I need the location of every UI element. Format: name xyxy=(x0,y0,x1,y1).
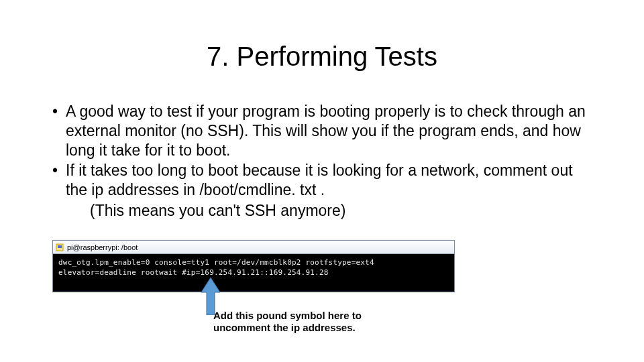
caption-line: uncomment the ip addresses. xyxy=(213,322,388,334)
bullet-marker: • xyxy=(52,102,66,160)
bullet-marker: • xyxy=(52,161,66,200)
slide-body: • A good way to test if your program is … xyxy=(52,102,597,221)
terminal-line: elevator=deadline rootwait #ip=169.254.9… xyxy=(58,268,329,277)
terminal-title-text: pi@raspberrypi: /boot xyxy=(67,243,138,251)
bullet-text: A good way to test if your program is bo… xyxy=(66,102,597,160)
putty-icon xyxy=(56,243,64,251)
svg-rect-1 xyxy=(58,245,62,248)
indent-note: (This means you can't SSH anymore) xyxy=(90,201,597,221)
terminal-window: pi@raspberrypi: /boot dwc_otg.lpm_enable… xyxy=(52,240,455,292)
arrow-caption: Add this pound symbol here to uncomment … xyxy=(213,310,388,334)
slide: 7. Performing Tests • A good way to test… xyxy=(0,0,644,362)
terminal-body: dwc_otg.lpm_enable=0 console=tty1 root=/… xyxy=(53,254,454,292)
terminal-titlebar: pi@raspberrypi: /boot xyxy=(53,241,454,254)
terminal-line: dwc_otg.lpm_enable=0 console=tty1 root=/… xyxy=(58,258,374,267)
bullet-item: • If it takes too long to boot because i… xyxy=(52,161,597,200)
caption-line: Add this pound symbol here to xyxy=(213,310,388,322)
bullet-item: • A good way to test if your program is … xyxy=(52,102,597,160)
slide-title: 7. Performing Tests xyxy=(0,42,644,72)
bullet-text: If it takes too long to boot because it … xyxy=(66,161,597,200)
